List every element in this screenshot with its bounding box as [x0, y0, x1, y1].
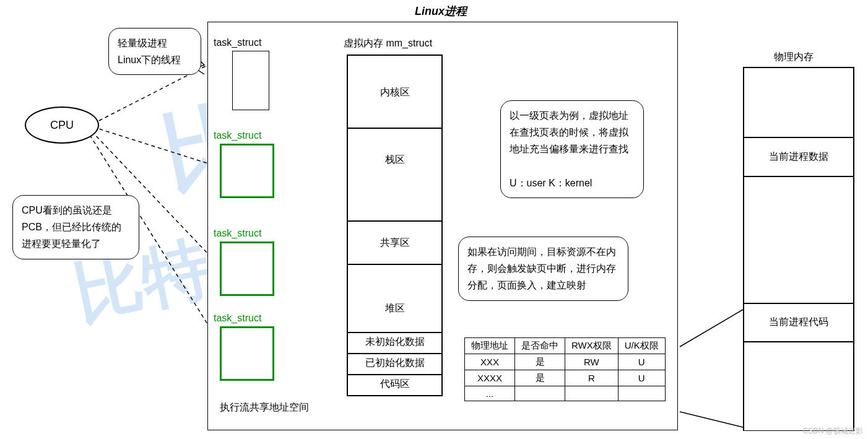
table-header-row: 物理地址 是否命中 RWX权限 U/K权限 — [465, 338, 666, 354]
phys-blank-3 — [744, 342, 854, 430]
page-table: 物理地址 是否命中 RWX权限 U/K权限 XXX 是 RW U XXXX 是 … — [464, 337, 666, 401]
pt-h3: U/K权限 — [618, 338, 665, 354]
bubble-lwp: 轻量级进程 Linux下的线程 — [108, 28, 201, 75]
phys-blank-1 — [744, 67, 854, 137]
pt-h2: RWX权限 — [565, 338, 618, 354]
task-struct-box-1 — [220, 144, 274, 198]
svg-line-15 — [680, 412, 743, 427]
phys-code: 当前进程代码 — [744, 303, 854, 342]
bubble-vpt: 以一级页表为例，虚拟地址在查找页表的时候，将虚拟地址充当偏移量来进行查找 U：u… — [500, 100, 644, 198]
bubble-pcb: CPU看到的虽说还是PCB，但已经比传统的进程要更轻量化了 — [12, 195, 139, 259]
mm-stack: 栈区 — [347, 128, 442, 221]
task-struct-label-main: task_struct — [214, 37, 261, 48]
exec-share-label: 执行流共享地址空间 — [220, 401, 309, 414]
mm-kernel: 内核区 — [347, 55, 442, 128]
mm-data: 已初始化数据 — [347, 354, 442, 375]
task-struct-box-3 — [220, 326, 274, 381]
table-row: XXX 是 RW U — [465, 354, 666, 370]
phys-blank-2 — [744, 176, 854, 303]
task-struct-box-main — [232, 51, 269, 110]
pt-h0: 物理地址 — [465, 338, 515, 354]
phys-memory-box: 当前进程数据 当前进程代码 — [743, 67, 854, 431]
pt-h1: 是否命中 — [515, 338, 565, 354]
mm-struct-title: 虚拟内存 mm_struct — [344, 37, 432, 50]
mm-bss: 未初始化数据 — [347, 333, 442, 354]
mm-heap: 堆区 — [347, 264, 442, 333]
attribution: CSDN @骇城迷影 — [802, 426, 863, 437]
mm-shared: 共享区 — [347, 221, 442, 264]
bubble-fault: 如果在访问期间，目标资源不在内存，则会触发缺页中断，进行内存分配，页面换入，建立… — [458, 237, 628, 301]
mm-code: 代码区 — [347, 375, 442, 396]
task-struct-label-1: task_struct — [214, 130, 261, 141]
cpu-node: CPU — [25, 106, 99, 144]
diagram-title: Linux进程 — [415, 4, 467, 19]
svg-line-1 — [93, 127, 220, 167]
task-struct-box-2 — [220, 241, 274, 296]
mm-struct-box: 内核区 栈区 共享区 堆区 未初始化数据 已初始化数据 代码区 — [347, 54, 443, 396]
cpu-label: CPU — [50, 119, 74, 132]
svg-line-14 — [680, 310, 743, 347]
phys-data: 当前进程数据 — [744, 137, 854, 176]
task-struct-label-2: task_struct — [214, 228, 261, 239]
table-row: XXXX 是 R U — [465, 370, 666, 386]
phys-title: 物理内存 — [774, 51, 814, 64]
table-row: ... — [465, 386, 666, 401]
task-struct-label-3: task_struct — [214, 313, 261, 324]
